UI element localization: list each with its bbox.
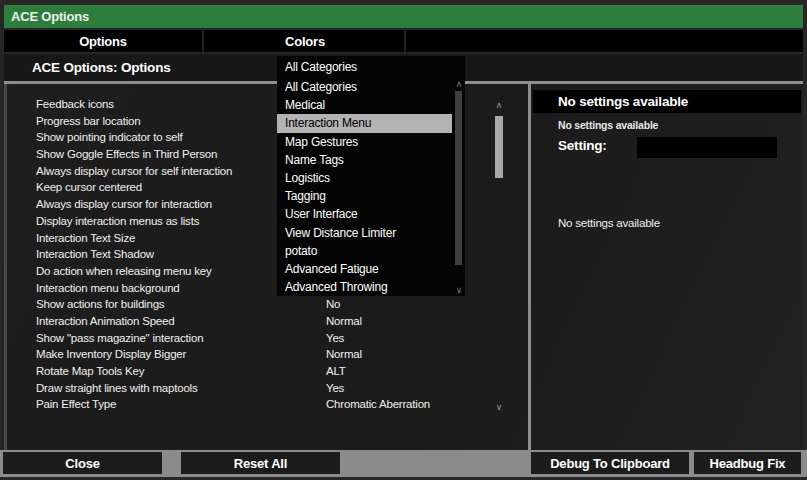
category-option[interactable]: Name Tags: [277, 151, 452, 169]
setting-value: No: [326, 296, 340, 313]
category-option[interactable]: Interaction Menu: [277, 114, 452, 132]
tab-options[interactable]: Options: [4, 30, 204, 52]
settings-row[interactable]: Show actions for buildings No: [4, 296, 490, 313]
category-option-label: Advanced Throwing: [285, 280, 387, 294]
tab-colors[interactable]: Colors: [206, 30, 406, 52]
tab-options-label: Options: [79, 34, 127, 49]
settings-row[interactable]: Draw straight lines with maptools Yes: [4, 380, 490, 397]
category-option-label: Map Gestures: [285, 135, 358, 149]
tab-colors-label: Colors: [285, 34, 325, 49]
category-option-label: User Interface: [285, 207, 358, 221]
category-option-label: Name Tags: [285, 153, 344, 167]
setting-label: Display interaction menus as lists: [36, 213, 199, 230]
setting-label: Interaction Animation Speed: [36, 313, 174, 330]
dropdown-scrollbar[interactable]: ∧ ∨: [453, 78, 465, 296]
settings-row[interactable]: Make Inventory Display Bigger Normal: [4, 346, 490, 363]
setting-label: Keep cursor centered: [36, 179, 142, 196]
setting-value: Yes: [326, 330, 344, 347]
category-option-label: All Categories: [285, 80, 357, 94]
setting-label: Make Inventory Display Bigger: [36, 346, 186, 363]
setting-label: Interaction Text Size: [36, 230, 135, 247]
dropdown-scroll-down-icon[interactable]: ∨: [453, 285, 465, 295]
category-option[interactable]: View Distance Limiter: [277, 224, 452, 242]
setting-label: Pain Effect Type: [36, 396, 116, 413]
category-option-label: Advanced Fatigue: [285, 262, 379, 276]
settings-scrollbar[interactable]: ∧ ∨: [492, 100, 506, 412]
setting-label: Always display cursor for interaction: [36, 196, 212, 213]
setting-value: Normal: [326, 346, 362, 363]
category-option[interactable]: Medical: [277, 96, 452, 114]
setting-label: Interaction menu background: [36, 280, 180, 297]
right-panel-message: No settings available: [558, 119, 658, 131]
scroll-up-icon[interactable]: ∧: [492, 100, 506, 110]
setting-label: Show Goggle Effects in Third Person: [36, 146, 217, 163]
settings-row[interactable]: Rotate Map Tools Key ALT: [4, 363, 490, 380]
setting-label: Show pointing indicator to self: [36, 129, 183, 146]
scroll-down-icon[interactable]: ∨: [492, 402, 506, 412]
category-dropdown[interactable]: All Categories: [277, 56, 465, 78]
tab-bar: Options Colors: [4, 30, 803, 52]
category-option-label: Tagging: [285, 189, 326, 203]
panel-divider: [528, 84, 531, 450]
category-option-label: Interaction Menu: [285, 116, 371, 130]
setting-label: Draw straight lines with maptools: [36, 380, 198, 397]
setting-value: Normal: [326, 313, 362, 330]
dropdown-scrollbar-thumb[interactable]: [455, 91, 462, 265]
setting-label: Do action when releasing menu key: [36, 263, 212, 280]
right-panel-header: No settings available: [533, 90, 801, 113]
settings-row[interactable]: Pain Effect Type Chromatic Aberration: [4, 396, 490, 413]
setting-label: Feedback icons: [36, 96, 114, 113]
page-title: ACE Options: Options: [32, 60, 171, 75]
right-panel-footnote: No settings available: [558, 217, 660, 229]
close-button[interactable]: Close: [3, 452, 162, 474]
headbug-fix-button[interactable]: Headbug Fix: [694, 452, 801, 474]
setting-value: Chromatic Aberration: [326, 396, 430, 413]
settings-row[interactable]: Interaction Animation Speed Normal: [4, 313, 490, 330]
category-option[interactable]: potato: [277, 242, 452, 260]
setting-value: Yes: [326, 380, 344, 397]
setting-label: Show actions for buildings: [36, 296, 164, 313]
setting-input[interactable]: [637, 137, 777, 158]
right-panel-title: No settings available: [558, 94, 688, 109]
window-title: ACE Options: [11, 9, 89, 24]
category-option[interactable]: User Interface: [277, 205, 452, 223]
category-option-label: Medical: [285, 98, 325, 112]
category-option[interactable]: Map Gestures: [277, 133, 452, 151]
dropdown-scroll-up-icon[interactable]: ∧: [453, 79, 465, 89]
category-option-label: View Distance Limiter: [285, 226, 396, 240]
category-option[interactable]: Tagging: [277, 187, 452, 205]
setting-field-label: Setting:: [558, 138, 607, 153]
footer-bar: Close Reset All Debug To Clipboard Headb…: [0, 450, 807, 477]
category-option[interactable]: Advanced Fatigue: [277, 260, 452, 278]
settings-row[interactable]: Show "pass magazine" interaction Yes: [4, 330, 490, 347]
window-titlebar: ACE Options: [4, 5, 803, 28]
setting-label: Interaction Text Shadow: [36, 246, 154, 263]
setting-value: ALT: [326, 363, 346, 380]
setting-label: Show "pass magazine" interaction: [36, 330, 203, 347]
setting-label: Progress bar location: [36, 113, 140, 130]
setting-label: Always display cursor for self interacti…: [36, 163, 232, 180]
debug-to-clipboard-button[interactable]: Debug To Clipboard: [531, 452, 689, 474]
reset-all-button[interactable]: Reset All: [181, 452, 340, 474]
category-dropdown-list: All Categories Medical Interaction Menu …: [277, 78, 465, 296]
category-option[interactable]: Logistics: [277, 169, 452, 187]
category-option[interactable]: All Categories: [277, 78, 452, 96]
category-option-label: Logistics: [285, 171, 330, 185]
setting-label: Rotate Map Tools Key: [36, 363, 144, 380]
category-option[interactable]: Advanced Throwing: [277, 278, 452, 296]
category-dropdown-value: All Categories: [285, 60, 357, 74]
scrollbar-thumb[interactable]: [495, 116, 503, 178]
category-option-label: potato: [285, 244, 317, 258]
